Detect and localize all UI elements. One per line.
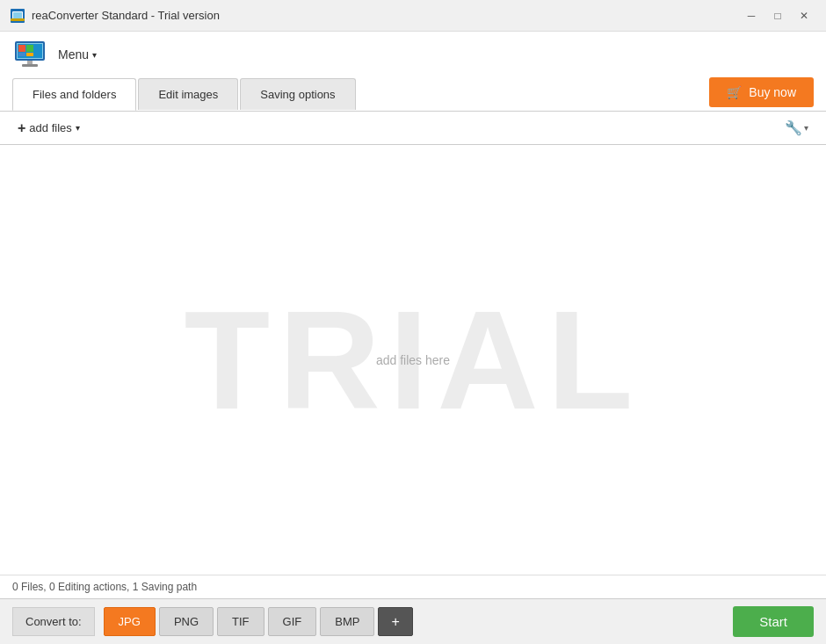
toolbar: + add files ▾ 🔧 ▾: [0, 112, 826, 145]
svg-rect-2: [13, 12, 22, 18]
cart-icon: 🛒: [727, 85, 742, 99]
tabs-left: Files and folders Edit images Saving opt…: [12, 78, 358, 111]
start-button[interactable]: Start: [733, 606, 814, 637]
toolbar-right: 🔧 ▾: [779, 117, 814, 139]
main-content: TRIAL add files here: [0, 145, 826, 575]
svg-rect-12: [22, 64, 38, 67]
add-format-button[interactable]: +: [378, 607, 412, 636]
format-tif-button[interactable]: TIF: [217, 607, 264, 636]
plus-icon: +: [18, 120, 25, 136]
title-bar: reaConverter Standard - Trial version ─ …: [0, 0, 826, 32]
buy-now-label: Buy now: [749, 85, 796, 99]
add-files-button[interactable]: + add files ▾: [12, 118, 85, 139]
svg-rect-10: [26, 53, 33, 56]
menu-bar: Menu ▾: [0, 32, 826, 77]
menu-chevron-icon: ▾: [92, 50, 97, 60]
bottom-bar: Convert to: JPG PNG TIF GIF BMP + Start: [0, 598, 826, 644]
tab-saving-options[interactable]: Saving options: [240, 78, 355, 110]
add-files-label: add files: [29, 121, 71, 134]
title-bar-controls: ─ □ ✕: [740, 6, 815, 25]
maximize-button[interactable]: □: [766, 6, 789, 25]
svg-rect-7: [18, 45, 25, 52]
settings-button[interactable]: 🔧 ▾: [779, 117, 814, 139]
svg-rect-9: [18, 53, 25, 56]
status-text: 0 Files, 0 Editing actions, 1 Saving pat…: [12, 581, 197, 593]
format-gif-button[interactable]: GIF: [268, 607, 317, 636]
wrench-icon: 🔧: [785, 119, 802, 136]
minimize-button[interactable]: ─: [740, 6, 763, 25]
add-files-hint: add files here: [376, 353, 450, 367]
settings-dropdown-icon: ▾: [804, 123, 808, 133]
close-button[interactable]: ✕: [793, 6, 815, 25]
format-jpg-button[interactable]: JPG: [104, 607, 156, 636]
status-bar: 0 Files, 0 Editing actions, 1 Saving pat…: [0, 575, 826, 598]
convert-to-label: Convert to:: [12, 607, 95, 636]
app-icon: [11, 9, 25, 23]
menu-label: Menu: [58, 47, 89, 62]
tabs-bar: Files and folders Edit images Saving opt…: [0, 77, 826, 112]
app-title: reaConverter Standard - Trial version: [32, 9, 220, 22]
app-logo: [12, 39, 47, 70]
format-buttons: JPG PNG TIF GIF BMP +: [104, 607, 725, 636]
format-png-button[interactable]: PNG: [159, 607, 214, 636]
svg-rect-11: [27, 61, 33, 64]
title-bar-left: reaConverter Standard - Trial version: [11, 9, 220, 23]
menu-button[interactable]: Menu ▾: [53, 44, 102, 65]
tab-edit-images[interactable]: Edit images: [138, 78, 238, 110]
svg-rect-8: [26, 45, 33, 52]
tab-files-and-folders[interactable]: Files and folders: [12, 78, 136, 111]
svg-rect-3: [11, 18, 25, 21]
buy-now-button[interactable]: 🛒 Buy now: [709, 77, 814, 107]
add-files-dropdown-icon: ▾: [76, 123, 80, 133]
format-bmp-button[interactable]: BMP: [320, 607, 374, 636]
